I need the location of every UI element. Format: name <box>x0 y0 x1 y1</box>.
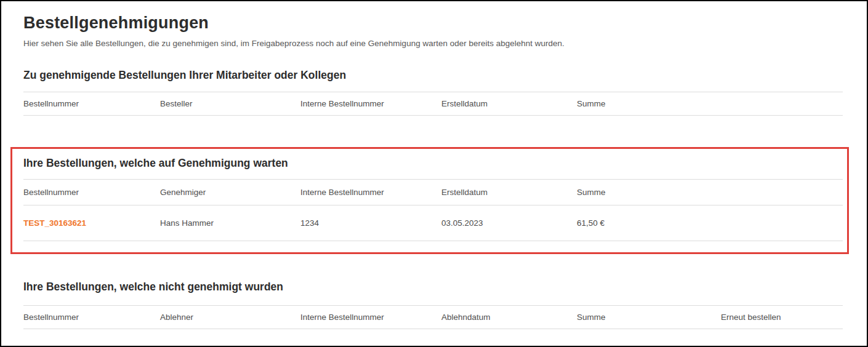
order-number-link[interactable]: TEST_30163621 <box>23 218 160 228</box>
column-header-ablehndatum: Ablehndatum <box>441 313 577 322</box>
table-row: TEST_30163621 Hans Hammer 1234 03.05.202… <box>23 205 843 241</box>
internal-order-number-cell: 1234 <box>300 218 441 228</box>
highlight-box: Ihre Bestellungen, welche auf Genehmigun… <box>10 147 849 254</box>
column-header-bestellnummer: Bestellnummer <box>23 99 160 108</box>
column-header-summe: Summe <box>577 99 721 108</box>
awaiting-approval-table: Bestellnummer Genehmiger Interne Bestell… <box>23 179 843 241</box>
column-header-erneut-bestellen: Erneut bestellen <box>721 313 843 322</box>
column-header-bestellnummer: Bestellnummer <box>23 313 160 322</box>
section-rejected: Ihre Bestellungen, welche nicht genehmig… <box>23 281 867 329</box>
column-header-genehmiger: Genehmiger <box>160 188 300 197</box>
pending-colleagues-table: Bestellnummer Besteller Interne Bestelln… <box>23 92 843 116</box>
table-header-row: Bestellnummer Besteller Interne Bestelln… <box>23 92 843 116</box>
section-heading-rejected: Ihre Bestellungen, welche nicht genehmig… <box>23 281 867 293</box>
section-awaiting-approval: Ihre Bestellungen, welche auf Genehmigun… <box>23 157 847 241</box>
section-heading-pending-colleagues: Zu genehmigende Bestellungen Ihrer Mitar… <box>23 69 867 81</box>
created-date-cell: 03.05.2023 <box>441 218 577 228</box>
table-header-row: Bestellnummer Ablehner Interne Bestellnu… <box>23 305 843 329</box>
column-header-interne-bestellnummer: Interne Bestellnummer <box>300 99 441 108</box>
approver-cell: Hans Hammer <box>160 218 300 228</box>
column-header-interne-bestellnummer: Interne Bestellnummer <box>300 188 441 197</box>
sum-cell: 61,50 € <box>577 218 721 228</box>
section-heading-awaiting-approval: Ihre Bestellungen, welche auf Genehmigun… <box>23 157 847 169</box>
page-title: Bestellgenehmigungen <box>23 14 867 33</box>
table-header-row: Bestellnummer Genehmiger Interne Bestell… <box>23 179 843 205</box>
column-header-erstelldatum: Erstelldatum <box>441 188 577 197</box>
rejected-table: Bestellnummer Ablehner Interne Bestellnu… <box>23 305 843 329</box>
column-header-ablehner: Ablehner <box>160 313 300 322</box>
section-pending-colleagues: Zu genehmigende Bestellungen Ihrer Mitar… <box>23 69 867 116</box>
column-header-interne-bestellnummer: Interne Bestellnummer <box>300 313 441 322</box>
content-area: Bestellgenehmigungen Hier sehen Sie alle… <box>1 1 867 329</box>
page-subtitle: Hier sehen Sie alle Bestellungen, die zu… <box>23 39 867 48</box>
column-header-summe: Summe <box>577 313 721 322</box>
column-header-bestellnummer: Bestellnummer <box>23 188 160 197</box>
column-header-besteller: Besteller <box>160 99 300 108</box>
column-header-summe: Summe <box>577 188 721 197</box>
column-header-erstelldatum: Erstelldatum <box>441 99 577 108</box>
page: Bestellgenehmigungen Hier sehen Sie alle… <box>0 0 868 347</box>
